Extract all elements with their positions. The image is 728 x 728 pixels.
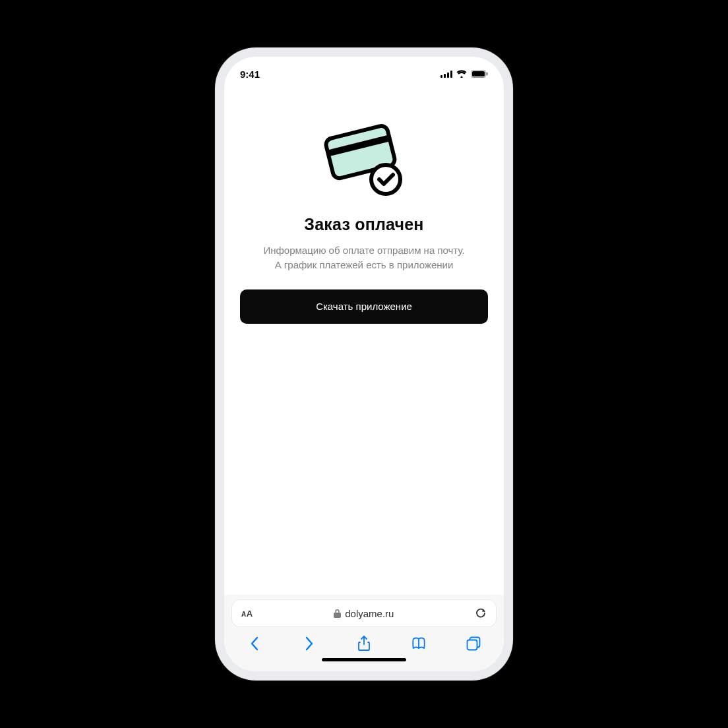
- phone-screen: 9:41: [224, 57, 504, 671]
- page-content: Заказ оплачен Информацию об оплате отпра…: [224, 84, 504, 595]
- tabs-button[interactable]: [464, 636, 483, 651]
- svg-rect-5: [472, 71, 485, 76]
- cellular-signal-icon: [440, 71, 452, 78]
- reload-icon[interactable]: [475, 607, 487, 619]
- lock-icon: [334, 609, 341, 618]
- back-button[interactable]: [245, 636, 264, 651]
- svg-rect-2: [447, 73, 449, 78]
- svg-rect-1: [444, 74, 446, 78]
- svg-rect-3: [450, 71, 452, 78]
- safari-toolbar: [232, 626, 496, 654]
- svg-rect-0: [440, 75, 442, 78]
- card-check-illustration: [315, 121, 413, 203]
- phone-frame: 9:41: [215, 47, 513, 681]
- download-app-button[interactable]: Скачать приложение: [240, 289, 488, 324]
- status-indicators: [440, 70, 488, 78]
- address-bar-domain: dolyame.ru: [334, 608, 394, 619]
- text-size-button[interactable]: AA: [241, 609, 253, 619]
- domain-text: dolyame.ru: [345, 608, 394, 619]
- page-subtitle: Информацию об оплате отправим на почту. …: [263, 243, 464, 272]
- address-bar[interactable]: AA dolyame.ru: [232, 600, 496, 626]
- forward-button[interactable]: [300, 636, 318, 651]
- home-indicator[interactable]: [322, 658, 406, 661]
- status-time: 9:41: [240, 69, 260, 80]
- wifi-icon: [456, 70, 467, 78]
- subtitle-line-2: А график платежей есть в приложении: [275, 259, 454, 270]
- status-bar: 9:41: [224, 57, 504, 84]
- svg-rect-6: [487, 73, 488, 76]
- share-button[interactable]: [355, 636, 373, 652]
- svg-rect-11: [468, 640, 477, 650]
- home-indicator-area: [224, 654, 504, 671]
- battery-icon: [471, 70, 488, 78]
- subtitle-line-1: Информацию об оплате отправим на почту.: [263, 245, 464, 256]
- safari-chrome: AA dolyame.ru: [224, 595, 504, 654]
- bookmarks-button[interactable]: [410, 637, 428, 650]
- page-title: Заказ оплачен: [304, 215, 423, 234]
